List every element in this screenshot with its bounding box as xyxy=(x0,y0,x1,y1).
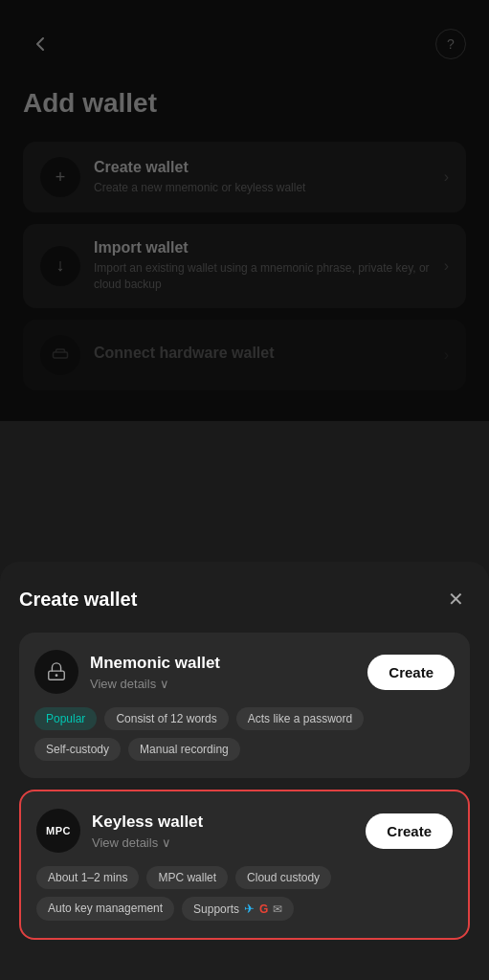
tag-self-custody: Self-custody xyxy=(34,738,121,761)
tag-auto-key: Auto key management xyxy=(36,897,174,921)
svg-point-2 xyxy=(56,674,58,677)
mnemonic-tags: Popular Consist of 12 words Acts like a … xyxy=(34,707,455,761)
tag-12words: Consist of 12 words xyxy=(104,707,228,730)
keyless-name: Keyless wallet xyxy=(92,813,354,832)
tag-cloud: Cloud custody xyxy=(235,866,331,889)
sheet-header: Create wallet ✕ xyxy=(19,585,470,613)
keyless-tags: About 1–2 mins MPC wallet Cloud custody … xyxy=(36,866,453,921)
keyless-wallet-card: MPC Keyless wallet View details ∨ Create… xyxy=(19,790,470,940)
tag-supports: Supports ✈ G ✉ xyxy=(182,897,294,921)
mpc-label: MPC xyxy=(46,825,71,836)
telegram-icon: ✈ xyxy=(244,902,255,916)
keyless-info: Keyless wallet View details ∨ xyxy=(92,813,354,850)
tag-popular: Popular xyxy=(34,707,97,730)
sheet-title: Create wallet xyxy=(19,589,137,611)
mnemonic-create-button[interactable]: Create xyxy=(367,655,455,690)
mnemonic-info: Mnemonic wallet View details ∨ xyxy=(90,654,356,691)
tag-password: Acts like a password xyxy=(236,707,364,730)
dim-overlay xyxy=(0,0,489,421)
mnemonic-icon xyxy=(34,650,78,694)
tag-time: About 1–2 mins xyxy=(36,866,139,889)
chevron-down-icon: ∨ xyxy=(162,835,171,850)
google-icon: G xyxy=(259,902,268,916)
keyless-view-details[interactable]: View details ∨ xyxy=(92,835,354,850)
email-icon: ✉ xyxy=(273,902,282,916)
keyless-create-button[interactable]: Create xyxy=(366,813,453,849)
close-button[interactable]: ✕ xyxy=(441,585,470,613)
bottom-sheet: Create wallet ✕ Mnemonic wallet View det… xyxy=(0,562,489,980)
tag-mpc: MPC wallet xyxy=(146,866,228,889)
mnemonic-wallet-card: Mnemonic wallet View details ∨ Create Po… xyxy=(19,633,470,778)
mnemonic-view-details[interactable]: View details ∨ xyxy=(90,677,356,691)
chevron-down-icon: ∨ xyxy=(160,677,169,691)
keyless-icon: MPC xyxy=(36,809,80,853)
keyless-card-top: MPC Keyless wallet View details ∨ Create xyxy=(36,809,453,853)
tag-manual-recording: Manual recording xyxy=(128,738,240,761)
mnemonic-name: Mnemonic wallet xyxy=(90,654,356,673)
mnemonic-card-top: Mnemonic wallet View details ∨ Create xyxy=(34,650,455,694)
